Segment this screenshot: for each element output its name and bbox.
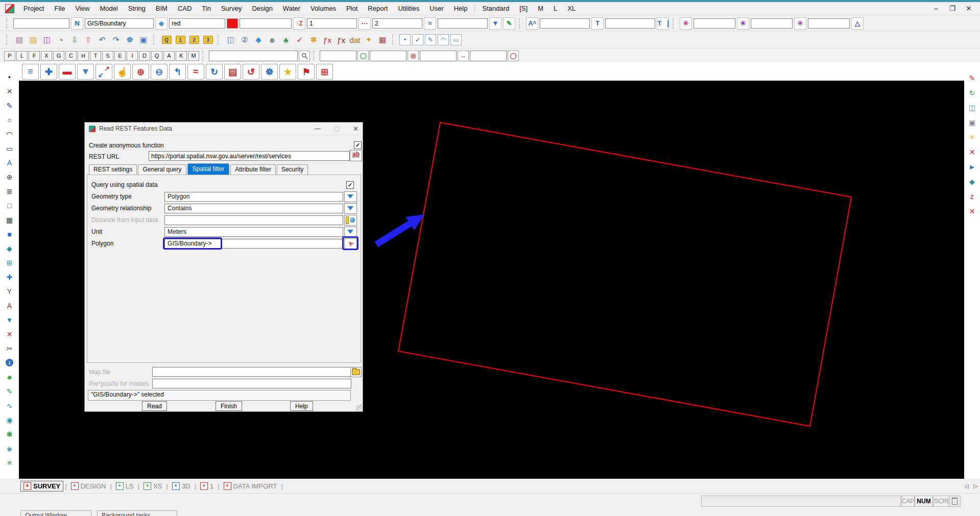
view-tab-xs[interactable]: ∗XS [141,481,164,491]
view-tab-data-import[interactable]: ∗DATA IMPORT [221,481,280,491]
model-combo[interactable] [85,18,154,29]
approve-icon[interactable]: ✓ [294,34,306,46]
wave-icon[interactable]: ∿ [4,400,15,411]
snap-field-2[interactable] [370,51,407,61]
gem-icon[interactable]: ◈ [4,443,15,454]
dialog-minimize-icon[interactable]: — [315,125,321,133]
tree-icon[interactable]: ♣ [4,372,15,382]
model-2-icon[interactable]: 2 [188,34,200,46]
function-icon[interactable]: ƒx [321,34,333,46]
quick-key-i[interactable]: I [127,51,138,61]
zoom-out-icon[interactable]: ⊖ [151,64,168,80]
paste-icon[interactable]: ▤ [13,34,26,46]
quick-key-x[interactable]: X [41,51,52,61]
view-tab-design[interactable]: ∗DESIGN [68,481,109,491]
arc-icon[interactable]: ◠ [4,129,15,139]
draw-red-icon[interactable]: ✎ [967,72,977,83]
dialog-close-icon[interactable]: ✕ [353,125,358,133]
tab-security[interactable]: Security [277,164,308,175]
geometry-relationship-dropdown-button[interactable] [344,203,357,214]
tab-nav-prev-icon[interactable]: ◁ [964,483,968,489]
view-menu-icon[interactable]: ≡ [22,64,39,80]
quick-key-k[interactable]: K [176,51,187,61]
read-button[interactable]: Read [142,401,167,411]
minimize-icon[interactable]: – [932,5,940,12]
quick-key-s[interactable]: S [102,51,113,61]
leaf-icon[interactable]: ✽ [4,429,15,439]
fit-extents-icon[interactable]: ↗↙ [95,64,112,80]
map-file-browse-button[interactable] [350,367,362,377]
quick-key-a[interactable]: A [163,51,175,61]
textstyle-combo[interactable] [540,18,590,29]
point-icon[interactable]: • [4,71,15,82]
text-red-icon[interactable]: A [4,300,15,311]
calendar-icon[interactable]: ▦ [376,34,389,46]
strings-icon[interactable]: ≈ [187,64,204,80]
refresh-green-icon[interactable]: ↻ [967,87,977,98]
zoom-in-icon[interactable]: ⊕ [132,64,149,80]
two-circle-icon[interactable]: ② [238,34,251,46]
geometry-relationship-input[interactable]: Contains [164,204,343,213]
quick-key-m[interactable]: M [188,51,199,61]
symbol2-icon[interactable]: ✳ [737,17,749,30]
textstyle-icon[interactable]: Aᴬ [526,17,538,30]
close-icon[interactable]: ✕ [965,5,973,12]
solid-box-icon[interactable]: ■ [4,229,15,239]
plot-icon[interactable]: ▤ [224,64,241,80]
red-extent-icon[interactable]: ↔ [458,51,469,61]
cad-point-icon[interactable]: • [399,34,411,45]
symbol3-combo[interactable] [808,18,850,29]
menu-project[interactable]: Project [18,5,49,12]
view-tab-survey[interactable]: ∗SURVEY [20,481,63,492]
add-icon[interactable]: ✚ [4,272,15,282]
view-settings-icon[interactable]: ☸ [261,64,278,80]
menu-volumes[interactable]: Volumes [305,5,341,12]
model-3-icon[interactable]: 3 [202,34,214,46]
text-icon[interactable]: A [4,157,15,168]
layout-grid-icon[interactable]: ⊞ [316,64,333,80]
distance-from-input-data-measure-button[interactable] [344,215,357,226]
snap-field-4[interactable] [470,51,507,61]
menu-xl[interactable]: XL [562,5,581,12]
search-input[interactable] [209,51,298,61]
menu-m[interactable]: M [533,5,548,12]
pen-icon[interactable]: ✎ [503,17,515,30]
menu-view[interactable]: View [70,5,94,12]
menu-user[interactable]: User [424,5,448,12]
view-tab-ls[interactable]: ∗LS [113,481,136,491]
quick-key-l[interactable]: L [16,51,28,61]
help-button[interactable]: Help [290,401,313,411]
undo-icon[interactable]: ↶ [96,34,108,46]
arrow-blue-icon[interactable]: ► [967,161,977,172]
polygon-input[interactable]: GIS/Boundary-> [164,239,343,249]
menu-survey[interactable]: Survey [216,5,247,12]
angle-icon[interactable]: △ [851,17,864,30]
snap-field-3[interactable] [420,51,457,61]
menu-water[interactable]: Water [278,5,305,12]
quick-key-q[interactable]: Q [151,51,162,61]
save-view-icon[interactable]: ◫ [967,102,977,113]
box-icon[interactable]: □ [4,200,15,211]
zoom-plus-icon[interactable]: ✚ [40,64,57,80]
edit-green-icon[interactable]: ✎ [4,386,15,397]
menu-tin[interactable]: Tin [197,5,216,12]
save-all-icon[interactable]: ◫ [225,34,237,46]
utilities-icon[interactable]: ✦ [363,34,375,46]
name-icon[interactable]: N [71,17,83,30]
function-del-icon[interactable]: ƒx [335,34,347,46]
menu-model[interactable]: Model [94,5,123,12]
menu-file[interactable]: File [49,5,70,12]
menu-string[interactable]: String [123,5,151,12]
quick-key-d[interactable]: D [139,51,150,61]
menu-l[interactable]: L [548,5,562,12]
panel-tab-background-tasks[interactable]: Background tasks [97,510,177,516]
redraw-icon[interactable]: ↻ [206,64,223,80]
diamond-icon[interactable]: ◆ [4,243,15,254]
flower-icon[interactable]: ✳ [4,457,15,468]
image-icon[interactable]: ⊞ [4,257,15,268]
zoom-minus-icon[interactable]: ▬ [59,64,76,80]
symbol2-combo[interactable] [751,18,793,29]
tab-nav-next-icon[interactable]: ▷ [974,483,978,489]
dat-icon[interactable]: dat [349,34,361,46]
quick-key-g[interactable]: G [53,51,64,61]
